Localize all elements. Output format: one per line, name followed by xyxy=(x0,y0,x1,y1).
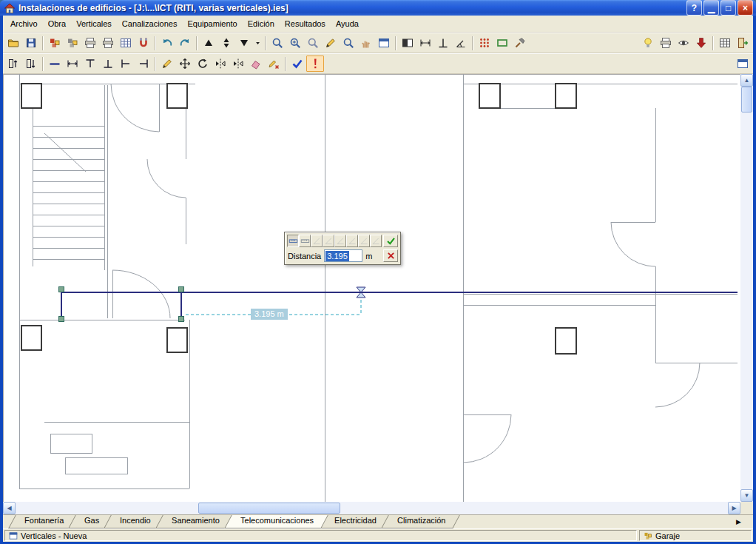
plan-config-button[interactable] xyxy=(734,56,752,72)
pan-button[interactable] xyxy=(357,35,375,51)
plant-menu-button[interactable] xyxy=(253,35,263,51)
menu-verticales[interactable]: Verticales xyxy=(71,18,117,30)
print-plan-button[interactable] xyxy=(657,35,675,51)
measure-button[interactable] xyxy=(452,35,470,51)
mirror-v-button[interactable] xyxy=(229,56,247,72)
plant-down-button[interactable] xyxy=(235,35,253,51)
angle-icon xyxy=(336,236,345,246)
export-plan-button[interactable] xyxy=(692,35,710,51)
check-design-button[interactable] xyxy=(288,56,306,72)
conduit-button[interactable] xyxy=(46,56,64,72)
plant-up-button[interactable] xyxy=(200,35,217,51)
zoom-previous-button[interactable] xyxy=(304,35,322,51)
node-bottom-button[interactable] xyxy=(99,56,117,72)
redraw-button[interactable] xyxy=(322,35,340,51)
caret-down-icon xyxy=(254,37,262,49)
menu-edicion[interactable]: Edición xyxy=(243,18,280,30)
print-preview-button[interactable] xyxy=(99,35,117,51)
zoom-all-button[interactable] xyxy=(286,35,304,51)
vertical-scrollbar[interactable]: ▲ ▼ xyxy=(740,74,753,502)
vertical-scroll-track[interactable] xyxy=(740,87,753,489)
edit-element-button[interactable] xyxy=(158,56,176,72)
menu-archivo[interactable]: Archivo xyxy=(5,18,43,30)
dim-orthogonal-button[interactable] xyxy=(287,235,299,247)
report-tables-button[interactable] xyxy=(716,35,734,51)
dim-mode-3-button[interactable] xyxy=(311,235,323,247)
dim-mode-7-button[interactable] xyxy=(358,235,370,247)
close-button[interactable]: × xyxy=(738,0,753,16)
rotate-element-button[interactable] xyxy=(194,56,212,72)
templates-button[interactable] xyxy=(117,35,135,51)
zoom-window-button[interactable] xyxy=(269,35,286,51)
dim-aligned-button[interactable] xyxy=(299,235,311,247)
menu-obra[interactable]: Obra xyxy=(43,18,71,30)
restore-button[interactable]: □ xyxy=(720,0,736,16)
save-button[interactable] xyxy=(22,35,40,51)
ortho-button[interactable] xyxy=(434,35,452,51)
tab-saneamiento[interactable]: Saneamiento xyxy=(155,515,234,528)
snap-magnet-button[interactable] xyxy=(135,35,152,51)
errors-button[interactable] xyxy=(306,56,324,72)
lighting-options-button[interactable] xyxy=(639,35,657,51)
scroll-right-button[interactable]: ▶ xyxy=(728,502,740,514)
conduit-dim-button[interactable] xyxy=(64,56,81,72)
vertical-new-button[interactable] xyxy=(4,56,22,72)
menu-resultados[interactable]: Resultados xyxy=(280,18,331,30)
job-manage-button[interactable] xyxy=(64,35,81,51)
dim-mode-5-button[interactable] xyxy=(334,235,346,247)
dim-mode-6-button[interactable] xyxy=(346,235,358,247)
job-new-button[interactable] xyxy=(46,35,64,51)
mirror-h-button[interactable] xyxy=(212,56,229,72)
vertical-edit-button[interactable] xyxy=(22,56,40,72)
menu-ayuda[interactable]: Ayuda xyxy=(331,18,364,30)
distancia-input[interactable]: 3.195 xyxy=(324,249,362,262)
scroll-down-button[interactable]: ▼ xyxy=(740,489,753,502)
frame-view-button[interactable] xyxy=(375,35,393,51)
scroll-left-button[interactable]: ◀ xyxy=(3,502,16,514)
scroll-up-button[interactable]: ▲ xyxy=(740,74,753,87)
redo-button[interactable] xyxy=(176,35,194,51)
menu-equipamiento[interactable]: Equipamiento xyxy=(182,18,242,30)
tab-fontaneria[interactable]: Fontanería xyxy=(8,515,78,528)
exit-button[interactable] xyxy=(734,35,752,51)
tab-telecomunicaciones[interactable]: Telecomunicaciones xyxy=(224,515,328,528)
print-button[interactable] xyxy=(81,35,99,51)
dim-mode-8-button[interactable] xyxy=(370,235,382,247)
help-button[interactable]: ? xyxy=(686,0,702,16)
tools-button[interactable] xyxy=(511,35,529,51)
tab-scroll-right-icon[interactable]: ▶ xyxy=(736,518,753,525)
dim-mode-4-button[interactable] xyxy=(323,235,334,247)
horizontal-scrollbar[interactable]: ◀ ▶ xyxy=(3,502,740,514)
edit-data-button[interactable] xyxy=(265,56,283,72)
node-left-button[interactable] xyxy=(117,56,135,72)
status-plant-cell[interactable]: Garaje xyxy=(639,530,752,541)
references-button[interactable] xyxy=(476,35,493,51)
erase-button[interactable] xyxy=(247,56,265,72)
vertical-scroll-thumb[interactable] xyxy=(741,87,752,113)
bw-view-button[interactable] xyxy=(399,35,416,51)
horizontal-scroll-thumb[interactable] xyxy=(198,503,340,514)
open-button[interactable] xyxy=(4,35,22,51)
floppy-icon xyxy=(25,37,37,49)
horizontal-scroll-track[interactable] xyxy=(16,502,728,514)
plant-goto-button[interactable] xyxy=(217,35,235,51)
folder-open-icon xyxy=(7,37,19,49)
capture-region-button[interactable] xyxy=(493,35,511,51)
tab-electricidad[interactable]: Electricidad xyxy=(318,515,391,528)
menu-canalizaciones[interactable]: Canalizaciones xyxy=(117,18,183,30)
plan-preview-button[interactable] xyxy=(675,35,692,51)
accept-button[interactable] xyxy=(383,235,398,247)
undo-button[interactable] xyxy=(158,35,176,51)
toolbar-separator xyxy=(42,36,44,50)
node-right-button[interactable] xyxy=(135,56,152,72)
node-top-button[interactable] xyxy=(81,56,99,72)
cancel-button[interactable] xyxy=(383,249,398,262)
tab-climatizacion[interactable]: Climatización xyxy=(381,515,460,528)
zoom-scale-button[interactable] xyxy=(340,35,357,51)
move-element-button[interactable] xyxy=(176,56,194,72)
minimize-button[interactable]: ▁ xyxy=(703,0,719,16)
drawing-canvas[interactable]: 3.195 m xyxy=(3,74,740,502)
printer-icon xyxy=(660,37,672,49)
rotate-icon xyxy=(197,58,209,70)
dimensions-button[interactable] xyxy=(416,35,434,51)
